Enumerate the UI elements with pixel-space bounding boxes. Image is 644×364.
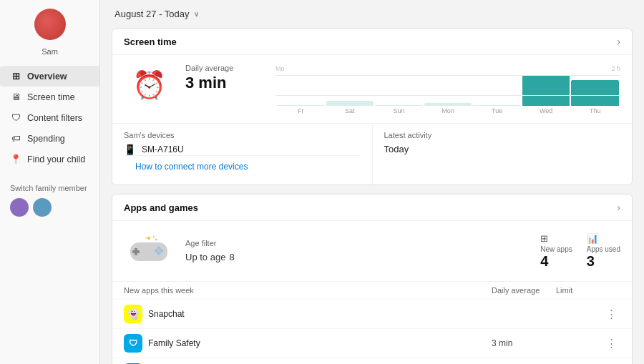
screen-time-card-header: Screen time › <box>112 29 632 55</box>
overview-icon: ⊞ <box>10 71 21 82</box>
svg-point-8 <box>153 236 155 237</box>
devices-right: Latest activity Today <box>373 124 633 185</box>
chart-bar-Thu: Thu <box>571 80 619 114</box>
contentfilters-icon: 🛡 <box>10 112 21 123</box>
new-apps-value: 4 <box>540 253 572 270</box>
screen-time-arrow-icon[interactable]: › <box>617 36 620 47</box>
age-filter-info: Age filter Up to age 8 <box>185 239 271 264</box>
screentime-icon: 🖥 <box>10 92 21 102</box>
chart-mo-label: Mo <box>275 65 285 72</box>
family-avatar-2[interactable] <box>33 198 52 217</box>
col-header-app: New apps this week <box>124 286 492 295</box>
snapchat-icon: 👻 <box>124 305 142 323</box>
chart-line-mid <box>275 95 620 96</box>
date-chevron-icon[interactable]: ∨ <box>194 10 199 18</box>
chart-bar-Mon: Mon <box>424 103 472 114</box>
chart-bar-Sat: Sat <box>326 101 374 114</box>
familysafety-icon: 🛡 <box>124 334 142 353</box>
apps-list-header: New apps this week Daily average Limit <box>112 282 632 300</box>
app-row-edge: e Edge 1 min 🕐 ⋮ <box>112 358 632 364</box>
chart-line-top <box>275 75 620 76</box>
sidebar-username: Sam <box>0 47 99 56</box>
age-filter-value: Up to age 8 <box>185 249 271 264</box>
device-phone-icon: 📱 <box>124 144 136 155</box>
apps-stats: ⊞ New apps 4 📊 Apps used 3 <box>540 233 620 270</box>
sams-devices-label: Sam's devices <box>124 131 361 139</box>
family-avatars <box>0 195 99 220</box>
app-col-snapchat: 👻 Snapchat <box>124 305 492 323</box>
sidebar-item-content-filters[interactable]: 🛡 Content filters <box>0 107 99 128</box>
connect-devices-link[interactable]: How to connect more devices <box>124 155 361 177</box>
new-apps-label: New apps <box>540 245 572 253</box>
app-name-snapchat: Snapchat <box>148 309 185 319</box>
date-range: August 27 - Today <box>114 9 190 19</box>
screentime-body: ⏰ Daily average 3 min Mo 2 h FrSatSunMon… <box>112 55 632 123</box>
avatar <box>34 9 66 40</box>
screentime-clock-icon: ⏰ <box>124 64 174 107</box>
screen-time-chart: Mo 2 h FrSatSunMonTueWedThu <box>275 64 620 114</box>
sidebar: Sam ⊞ Overview 🖥 Screen time 🛡 Content f… <box>0 0 100 364</box>
sidebar-item-label: Find your child <box>27 154 85 164</box>
new-apps-stat: ⊞ New apps 4 <box>540 233 572 270</box>
main-content: August 27 - Today ∨ Screen time › ⏰ Dail… <box>100 0 644 364</box>
gamepad-svg <box>129 235 169 267</box>
apps-used-value: 3 <box>587 253 620 270</box>
app-row-familysafety: 🛡 Family Safety 3 min ⋮ <box>112 329 632 358</box>
gamepad-icon <box>124 230 174 272</box>
findchild-icon: 📍 <box>10 154 21 164</box>
screen-time-title: Screen time <box>124 36 177 47</box>
devices-left: Sam's devices 📱 SM-A716U How to connect … <box>112 124 373 185</box>
sidebar-nav: ⊞ Overview 🖥 Screen time 🛡 Content filte… <box>0 66 99 169</box>
apps-card-header: Apps and games › <box>112 195 632 221</box>
sidebar-item-spending[interactable]: 🏷 Spending <box>0 128 99 149</box>
svg-rect-6 <box>157 252 161 255</box>
sidebar-item-screen-time[interactable]: 🖥 Screen time <box>0 87 99 107</box>
switch-family-label: Switch family member <box>0 177 99 195</box>
svg-point-7 <box>147 237 150 240</box>
latest-activity-value: Today <box>384 144 621 154</box>
apps-list: New apps this week Daily average Limit 👻… <box>112 281 632 364</box>
sidebar-item-find-child[interactable]: 📍 Find your child <box>0 149 99 169</box>
main-header: August 27 - Today ∨ <box>100 0 644 28</box>
chart-bar-Tue: Tue <box>473 105 521 114</box>
chart-bar-Fr: Fr <box>277 105 325 114</box>
app-col-familysafety: 🛡 Family Safety <box>124 334 492 353</box>
apps-used-icon: 📊 <box>587 233 620 244</box>
apps-games-card: Apps and games › <box>112 194 633 364</box>
sidebar-item-label: Overview <box>27 72 67 82</box>
daily-avg-value: 3 min <box>185 74 264 92</box>
svg-point-9 <box>155 239 157 241</box>
sidebar-item-overview[interactable]: ⊞ Overview <box>0 66 99 87</box>
spending-icon: 🏷 <box>10 133 21 144</box>
apps-used-stat: 📊 Apps used 3 <box>587 233 620 270</box>
chart-scale-top: 2 h <box>611 65 620 72</box>
daily-avg-label: Daily average <box>185 64 264 72</box>
col-header-limit: Limit <box>556 286 606 295</box>
latest-activity-label: Latest activity <box>384 131 621 139</box>
age-filter-label: Age filter <box>185 239 271 247</box>
app-row-snapchat: 👻 Snapchat ⋮ <box>112 300 632 329</box>
family-avatar-1[interactable] <box>10 198 29 217</box>
age-filter-line1: Up to age <box>185 252 225 262</box>
device-row: 📱 SM-A716U <box>124 144 361 155</box>
svg-rect-5 <box>157 247 161 250</box>
device-name: SM-A716U <box>142 144 184 154</box>
new-apps-icon: ⊞ <box>540 233 572 244</box>
screen-time-card: Screen time › ⏰ Daily average 3 min Mo 2… <box>112 28 633 185</box>
familysafety-menu-button[interactable]: ⋮ <box>606 337 620 350</box>
familysafety-avg: 3 min <box>492 338 556 348</box>
screentime-stats: Daily average 3 min <box>185 64 264 92</box>
apps-used-label: Apps used <box>587 245 620 253</box>
apps-body: Age filter Up to age 8 ⊞ New apps 4 📊 Ap… <box>112 221 632 281</box>
app-name-familysafety: Family Safety <box>148 338 200 348</box>
svg-rect-2 <box>132 250 140 253</box>
apps-arrow-icon[interactable]: › <box>617 202 620 213</box>
sidebar-item-label: Screen time <box>27 92 75 102</box>
sidebar-item-label: Content filters <box>27 113 82 123</box>
age-filter-number: 8 <box>229 252 234 262</box>
chart-bars-container: FrSatSunMonTueWedThu <box>275 75 620 114</box>
col-header-avg: Daily average <box>492 286 556 295</box>
sidebar-item-label: Spending <box>27 134 65 144</box>
apps-title: Apps and games <box>124 202 198 213</box>
snapchat-menu-button[interactable]: ⋮ <box>606 308 620 320</box>
